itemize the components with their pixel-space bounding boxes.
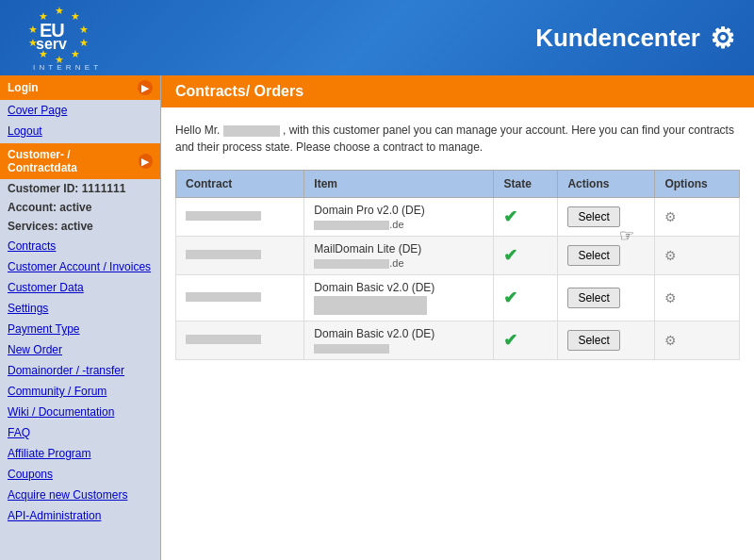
sidebar-item-logout[interactable]: Logout: [0, 121, 160, 141]
gear-icon-3[interactable]: ⚙: [664, 290, 677, 305]
item-cell-3: Domain Basic v2.0 (DE): [304, 275, 494, 321]
gear-icon-1[interactable]: ⚙: [664, 209, 677, 224]
sidebar-item-api-admin[interactable]: API-Administration: [0, 505, 160, 526]
actions-cell-2: Select: [558, 237, 655, 275]
actions-cell-1: Select ☞: [558, 198, 655, 237]
redacted-contract-2: [186, 250, 261, 259]
item-domain-4: [314, 342, 484, 354]
state-cell-1: ✔: [494, 198, 558, 237]
select-btn-wrapper-1: Select ☞: [567, 206, 619, 227]
star-br2: ★: [71, 48, 80, 60]
page-title: Contracts/ Orders: [161, 75, 754, 107]
greeting-text: Hello Mr. , with this customer panel you…: [175, 122, 740, 156]
th-actions: Actions: [558, 171, 655, 198]
th-item: Item: [304, 171, 494, 198]
checkmark-4: ✔: [503, 331, 517, 350]
options-cell-4: ⚙: [655, 321, 740, 360]
sidebar-item-community-forum[interactable]: Community / Forum: [0, 381, 160, 402]
login-label: Login: [8, 81, 39, 94]
table-header-row: Contract Item State Actions Options: [176, 171, 740, 198]
contract-id-4: [176, 321, 304, 360]
table-row: Domain Pro v2.0 (DE) .de ✔ Select: [176, 198, 740, 237]
sidebar-item-payment-type[interactable]: Payment Type: [0, 319, 160, 339]
kundencenter-title: Kundencenter ⚙: [535, 22, 735, 55]
table-row: Domain Basic v2.0 (DE) ✔ Select: [176, 275, 740, 321]
kundencenter-label: Kundencenter: [535, 24, 700, 53]
content-area: Login ▶ Cover Page Logout Customer- / Co…: [0, 75, 754, 560]
item-name-3: Domain Basic v2.0 (DE): [314, 281, 484, 294]
redacted-contract-1: [186, 211, 261, 221]
table-row: Domain Basic v2.0 (DE) ✔ Select: [176, 321, 740, 360]
sidebar-item-settings[interactable]: Settings: [0, 298, 160, 319]
sidebar-login-header[interactable]: Login ▶: [0, 75, 160, 100]
item-cell-4: Domain Basic v2.0 (DE): [304, 321, 494, 360]
sidebar-item-contracts[interactable]: Contracts: [0, 236, 160, 256]
item-name-4: Domain Basic v2.0 (DE): [314, 327, 484, 340]
redacted-domain-4: [314, 344, 389, 354]
sidebar-account-status: Account: active: [0, 198, 160, 217]
redacted-contract-4: [186, 335, 261, 344]
contract-id-2: [176, 237, 304, 275]
main-content-area: Contracts/ Orders Hello Mr. , with this …: [160, 75, 754, 560]
sidebar-item-customer-data[interactable]: Customer Data: [0, 277, 160, 298]
select-button-1[interactable]: Select: [567, 206, 619, 227]
star-top-right: ★: [71, 10, 80, 23]
sidebar-item-wiki-docs[interactable]: Wiki / Documentation: [0, 402, 160, 422]
redacted-domain-3b: [314, 305, 427, 315]
sidebar: Login ▶ Cover Page Logout Customer- / Co…: [0, 75, 160, 560]
th-contract: Contract: [176, 171, 304, 198]
greeting-hello: Hello Mr.: [175, 124, 220, 137]
options-cell-2: ⚙: [655, 237, 740, 275]
th-state: State: [494, 171, 558, 198]
sidebar-item-cover-page[interactable]: Cover Page: [0, 100, 160, 121]
state-cell-2: ✔: [494, 237, 558, 275]
redacted-domain-3: [314, 296, 427, 305]
sidebar-customer-header[interactable]: Customer- / Contractdata ▶: [0, 143, 160, 179]
item-name-2: MailDomain Lite (DE): [314, 242, 484, 255]
item-domain-1: .de: [314, 219, 484, 230]
actions-cell-3: Select: [558, 275, 655, 321]
sidebar-item-domainorder[interactable]: Domainorder / -transfer: [0, 360, 160, 381]
domain-suffix-2: .de: [389, 257, 403, 269]
contracts-table: Contract Item State Actions Options: [175, 170, 740, 360]
sidebar-item-new-order[interactable]: New Order: [0, 339, 160, 360]
domain-suffix-1: .de: [389, 219, 403, 230]
sidebar-item-coupons[interactable]: Coupons: [0, 464, 160, 485]
sidebar-customer-id: Customer ID: 1111111: [0, 179, 160, 198]
star-left: ★: [28, 24, 38, 36]
select-button-2[interactable]: Select: [567, 245, 619, 266]
star-bottom-right: ★: [79, 37, 89, 49]
sidebar-item-invoices[interactable]: Customer Account / Invoices: [0, 256, 160, 277]
select-button-3[interactable]: Select: [567, 288, 619, 308]
sidebar-item-acquire-customers[interactable]: Acquire new Customers: [0, 485, 160, 505]
main-body: Hello Mr. , with this customer panel you…: [161, 107, 754, 374]
star-right: ★: [79, 24, 89, 36]
actions-cell-4: Select: [558, 321, 655, 360]
redacted-domain-1: [314, 221, 389, 230]
checkmark-3: ✔: [503, 288, 517, 307]
login-arrow-icon: ▶: [138, 80, 153, 95]
gear-header-icon: ⚙: [710, 22, 735, 55]
customer-arrow-icon: ▶: [139, 154, 153, 169]
th-options: Options: [655, 171, 740, 198]
header: ★ ★ ★ ★ ★ EU ★ ★ ★ ★ ★ serv I N T E R N …: [0, 0, 754, 75]
app-wrapper: ★ ★ ★ ★ ★ EU ★ ★ ★ ★ ★ serv I N T E R N …: [0, 0, 754, 560]
sidebar-item-affiliate[interactable]: Affiliate Program: [0, 443, 160, 464]
item-domain-2: .de: [314, 257, 484, 269]
item-name-1: Domain Pro v2.0 (DE): [314, 204, 484, 217]
table-row: MailDomain Lite (DE) .de ✔ Select: [176, 237, 740, 275]
contract-id-1: [176, 198, 304, 237]
gear-icon-2[interactable]: ⚙: [664, 248, 677, 263]
redacted-contract-3: [186, 292, 261, 302]
select-button-4[interactable]: Select: [567, 330, 619, 351]
sidebar-item-faq[interactable]: FAQ: [0, 422, 160, 443]
logo-area: ★ ★ ★ ★ ★ EU ★ ★ ★ ★ ★ serv I N T E R N …: [19, 3, 113, 74]
item-cell-2: MailDomain Lite (DE) .de: [304, 237, 494, 275]
redacted-name: [223, 125, 280, 137]
gear-icon-4[interactable]: ⚙: [664, 333, 677, 348]
serv-text: serv: [36, 36, 67, 53]
internet-text: I N T E R N E T: [19, 63, 113, 72]
redacted-domain-2: [314, 259, 389, 269]
options-cell-1: ⚙: [655, 198, 740, 237]
sidebar-services-status: Services: active: [0, 217, 160, 236]
